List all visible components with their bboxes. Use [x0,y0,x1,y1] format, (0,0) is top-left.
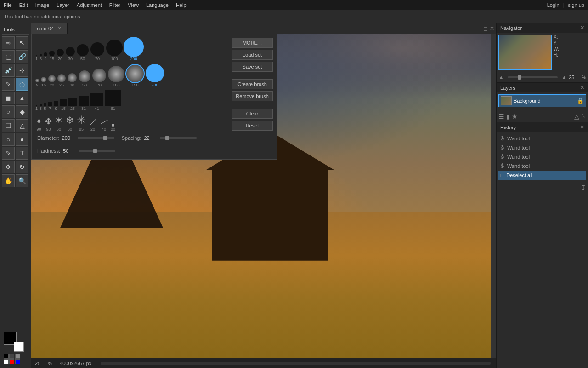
lasso-tool[interactable]: 🔗 [16,50,28,63]
tab-close-btn[interactable]: ✕ [57,25,62,31]
create-brush-button[interactable]: Create brush [232,79,273,89]
canvas-scrollbar-vertical[interactable] [491,34,496,358]
brush-size-50px[interactable]: 50 [77,44,89,61]
menu-help[interactable]: Help [176,2,187,8]
dot-brush-20[interactable]: 20 [111,124,115,132]
diameter-slider[interactable] [78,137,114,139]
load-set-button[interactable]: Load set [232,50,273,60]
menu-view[interactable]: View [128,2,139,8]
gradient-tool[interactable]: ▲ [16,92,28,104]
star-brush-90b[interactable]: ✤90 [45,116,52,132]
save-set-button[interactable]: Save set [232,62,273,72]
transform-tool[interactable]: ✥ [2,161,15,173]
square-brush-3[interactable]: 3 [40,104,42,111]
crop-tool[interactable]: ⊹ [16,64,28,77]
zoom-slider-thumb[interactable] [518,75,521,80]
square-brush-7[interactable]: 7 [48,102,52,111]
layers-close-btn[interactable]: ✕ [580,85,584,91]
reset-button[interactable]: Reset [232,121,273,131]
square-brush-41[interactable]: 41 [90,93,103,111]
brush-size-1px[interactable]: 1 [35,55,38,61]
soft-brush-200-selected[interactable]: 200 [146,64,164,87]
swatch-6[interactable] [15,359,20,364]
close-canvas-icon[interactable]: ✕ [490,25,494,32]
sharpen-tool[interactable]: △ [16,119,28,132]
square-brush-9[interactable]: 9 [54,101,58,111]
hand-tool[interactable]: 🖐 [2,174,15,187]
layer-fx-icon[interactable]: ★ [512,113,518,120]
history-item-3[interactable]: ⛢ Wand tool [498,161,586,171]
star-brush-90[interactable]: ✦90 [35,116,42,132]
swatch-2[interactable] [9,354,14,359]
eyedropper-tool[interactable]: 💉 [2,64,15,77]
menu-layer[interactable]: Layer [57,2,69,8]
brush-size-9px[interactable]: 9 [44,52,47,61]
snowflake-brush-60[interactable]: ❄60 [66,115,74,132]
soft-brush-25[interactable]: 25 [57,74,66,87]
star-brush-60[interactable]: ✶60 [55,115,63,132]
soft-brush-150[interactable]: 150 [126,65,144,87]
spacing-slider[interactable] [160,137,197,139]
navigator-close-btn[interactable]: ✕ [580,25,584,31]
history-item-2[interactable]: ⛢ Wand tool [498,152,586,161]
history-close-btn[interactable]: ✕ [580,124,584,130]
zoom-slider[interactable] [508,76,558,78]
canvas-main[interactable]: 1 5 9 15 20 30 50 70 100 200 [31,34,491,358]
starburst-brush-85[interactable]: ✳85 [77,114,86,132]
scrollbar-horizontal[interactable] [101,362,491,365]
brush-size-15px[interactable]: 15 [49,51,55,61]
pen-tool[interactable]: ✎ [2,147,15,160]
brush-size-200px[interactable]: 200 [124,38,143,61]
paint-bucket-tool[interactable]: ◼ [2,92,15,104]
swatch-1[interactable] [4,354,9,359]
square-brush-61[interactable]: 61 [105,90,121,111]
zoom-tool[interactable]: 🔍 [16,174,28,187]
menu-adjustment[interactable]: Adjustment [77,2,102,8]
square-brush-15[interactable]: 15 [60,99,67,111]
layer-background[interactable]: Background 🔒 [498,94,586,107]
soft-brush-20[interactable]: 20 [48,75,56,87]
canvas-tab[interactable]: noto-04 ✕ [31,23,68,34]
clear-button[interactable]: Clear [232,109,273,119]
brush-size-20px[interactable]: 20 [57,49,64,61]
layer-list-icon[interactable]: ☰ [498,113,504,120]
text-tool[interactable]: T [16,147,28,160]
layer-delete-icon[interactable]: ␡ [581,112,586,120]
square-brush-1[interactable]: 1 [35,105,38,111]
menu-language[interactable]: Language [146,2,169,8]
brush-size-5px[interactable]: 5 [40,54,42,61]
menu-filter[interactable]: Filter [109,2,120,8]
menu-edit[interactable]: Edit [19,2,28,8]
fg-bg-swatches[interactable] [4,332,20,348]
cursor-tool[interactable]: ↖ [16,36,28,49]
soft-brush-100[interactable]: 100 [108,66,124,87]
restore-icon[interactable]: ◻ [483,25,488,32]
brush-size-100px[interactable]: 100 [106,40,123,61]
dodge-tool[interactable]: ○ [2,133,15,146]
background-color[interactable] [14,342,24,352]
swatch-3[interactable] [15,354,20,359]
login-link[interactable]: Login [547,2,560,8]
smudge-tool[interactable]: ❒ [2,119,15,132]
layer-lock-icon[interactable]: 🔒 [577,98,584,104]
zoom-in-icon[interactable]: ▲ [561,74,567,80]
history-item-1[interactable]: ⛢ Wand tool [498,143,586,152]
square-brush-31[interactable]: 31 [79,96,89,111]
soft-brush-50[interactable]: 50 [79,70,90,87]
brush-tool[interactable]: ✎ [2,78,15,91]
square-brush-25[interactable]: 25 [68,98,77,111]
rect-select-tool[interactable]: ▢ [2,50,15,63]
hardness-slider[interactable] [79,150,115,152]
swatch-5[interactable] [9,359,14,364]
soft-brush-15[interactable]: 15 [41,77,46,87]
swatch-4[interactable] [4,359,9,364]
history-item-0[interactable]: ⛢ Wand tool [498,134,586,143]
soft-brush-30[interactable]: 30 [68,73,77,87]
layer-mask-icon[interactable]: ▮ [506,113,510,120]
heal-tool[interactable]: ○ [2,105,15,118]
burn-tool[interactable]: ● [16,133,28,146]
menu-file[interactable]: File [4,2,12,8]
more-button[interactable]: MORE .. [232,38,273,48]
history-item-4[interactable]: □ Deselect all [498,171,586,180]
layer-add-icon[interactable]: △ [574,113,579,120]
